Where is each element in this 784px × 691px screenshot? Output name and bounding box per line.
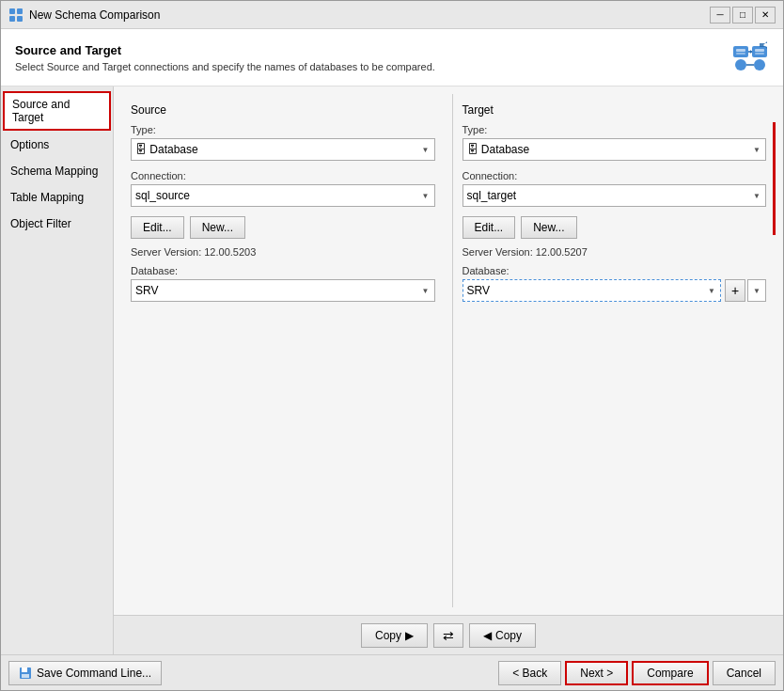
target-panel: Target Type: 🗄 Database Connection: <box>452 94 776 607</box>
source-server-version: Server Version: 12.00.5203 <box>131 246 435 258</box>
sidebar-item-table-mapping[interactable]: Table Mapping <box>1 184 113 211</box>
target-database-label: Database: <box>463 265 767 276</box>
footer-right: < Back Next > Compare Cancel <box>498 661 776 685</box>
target-database-select[interactable]: SRV <box>463 279 722 302</box>
source-connection-select[interactable]: sql_source <box>131 184 435 207</box>
svg-rect-2 <box>9 16 15 22</box>
source-connection-label: Connection: <box>131 170 435 181</box>
target-database-extra-select[interactable] <box>747 279 766 302</box>
svg-point-11 <box>754 59 765 71</box>
copy-right-button[interactable]: Copy ▶ <box>361 623 428 648</box>
header-section: Source and Target Select Source and Targ… <box>1 29 783 86</box>
close-button[interactable]: ✕ <box>755 7 776 24</box>
source-database-select[interactable]: SRV <box>131 279 435 302</box>
page-description: Select Source and Target connections and… <box>15 61 435 72</box>
cancel-button[interactable]: Cancel <box>713 661 776 685</box>
next-button[interactable]: Next > <box>565 661 628 685</box>
sidebar-item-object-filter[interactable]: Object Filter <box>1 211 113 237</box>
source-panel: Source Type: 🗄 Database Connection: <box>121 94 445 607</box>
source-type-select[interactable]: 🗄 Database <box>131 138 435 161</box>
svg-rect-3 <box>17 16 23 22</box>
svg-point-10 <box>735 59 746 71</box>
app-icon <box>8 8 24 23</box>
maximize-button[interactable]: □ <box>732 7 753 24</box>
target-database-row: SRV + <box>463 279 767 302</box>
target-database-add-button[interactable]: + <box>725 279 745 302</box>
save-icon <box>19 667 32 680</box>
compare-button[interactable]: Compare <box>632 661 708 685</box>
main-content: Source Type: 🗄 Database Connection: <box>114 86 783 654</box>
svg-rect-9 <box>755 53 764 55</box>
source-database-label: Database: <box>131 265 435 276</box>
source-database-group: Database: SRV <box>131 265 435 302</box>
target-connection-label: Connection: <box>463 170 767 181</box>
source-type-select-wrapper: 🗄 Database <box>131 138 435 161</box>
svg-rect-14 <box>22 674 29 678</box>
target-type-select[interactable]: 🗄 Database <box>463 138 767 161</box>
panels-container: Source Type: 🗄 Database Connection: <box>114 86 783 615</box>
page-title: Source and Target <box>15 43 435 57</box>
svg-rect-1 <box>17 8 23 14</box>
target-panel-title: Target <box>463 103 767 117</box>
source-type-label: Type: <box>131 124 435 135</box>
header-icon <box>731 39 769 76</box>
main-window: New Schema Comparison ─ □ ✕ Source and T… <box>0 0 784 691</box>
footer-left: Save Command Line... <box>8 661 162 685</box>
arrow-right-icon: ▶ <box>405 629 414 642</box>
source-new-button[interactable]: New... <box>190 216 245 239</box>
target-connection-select-wrapper: sql_target <box>463 184 767 207</box>
header-text: Source and Target Select Source and Targ… <box>15 43 435 72</box>
sidebar: Source and Target Options Schema Mapping… <box>1 86 114 654</box>
title-bar: New Schema Comparison ─ □ ✕ <box>1 1 783 29</box>
main-body: Source and Target Options Schema Mapping… <box>1 86 783 654</box>
swap-button[interactable]: ⇄ <box>433 623 463 648</box>
target-database-select-wrapper: SRV <box>463 279 722 302</box>
footer: Save Command Line... < Back Next > Compa… <box>1 654 783 690</box>
sidebar-item-schema-mapping[interactable]: Schema Mapping <box>1 158 113 184</box>
target-type-label: Type: <box>463 124 767 135</box>
save-command-line-button[interactable]: Save Command Line... <box>8 661 162 685</box>
source-type-group: Type: 🗄 Database <box>131 124 435 161</box>
source-button-row: Edit... New... <box>131 216 435 239</box>
swap-icon: ⇄ <box>443 628 454 643</box>
target-type-group: Type: 🗄 Database <box>463 124 767 161</box>
target-connection-group: Connection: sql_target <box>463 170 767 207</box>
red-accent-bar <box>773 122 776 235</box>
copy-left-button[interactable]: ◀ Copy <box>469 623 536 648</box>
source-connection-group: Connection: sql_source <box>131 170 435 207</box>
svg-rect-13 <box>22 667 27 672</box>
svg-rect-5 <box>736 49 745 52</box>
target-type-select-wrapper: 🗄 Database <box>463 138 767 161</box>
window-title: New Schema Comparison <box>29 8 160 22</box>
svg-rect-6 <box>736 53 745 55</box>
source-connection-select-wrapper: sql_source <box>131 184 435 207</box>
bottom-toolbar: Copy ▶ ⇄ ◀ Copy <box>114 615 783 654</box>
target-button-row: Edit... New... <box>463 216 767 239</box>
target-new-button[interactable]: New... <box>521 216 576 239</box>
target-database-group: Database: SRV + <box>463 265 767 302</box>
source-panel-title: Source <box>131 103 435 117</box>
source-edit-button[interactable]: Edit... <box>131 216 184 239</box>
content-area: Source and Target Select Source and Targ… <box>1 29 783 690</box>
title-bar-left: New Schema Comparison <box>8 8 160 23</box>
minimize-button[interactable]: ─ <box>710 7 730 24</box>
source-database-select-wrapper: SRV <box>131 279 435 302</box>
back-button[interactable]: < Back <box>498 661 561 685</box>
arrow-left-icon: ◀ <box>483 629 492 642</box>
target-edit-button[interactable]: Edit... <box>463 216 516 239</box>
sidebar-item-source-target[interactable]: Source and Target <box>3 91 111 131</box>
title-buttons: ─ □ ✕ <box>710 7 776 24</box>
target-connection-select[interactable]: sql_target <box>463 184 767 207</box>
svg-rect-8 <box>755 49 764 52</box>
target-server-version: Server Version: 12.00.5207 <box>463 246 767 258</box>
svg-rect-0 <box>9 8 15 14</box>
target-database-dropdown-wrapper <box>747 279 766 302</box>
sidebar-item-options[interactable]: Options <box>1 132 113 158</box>
